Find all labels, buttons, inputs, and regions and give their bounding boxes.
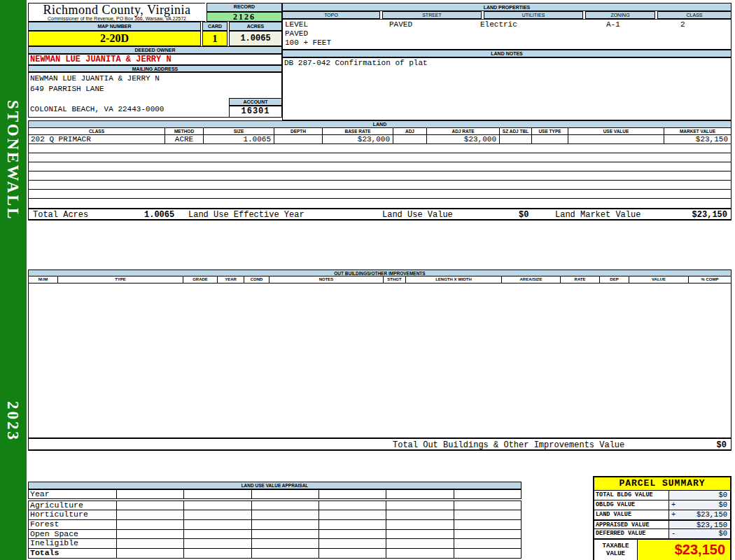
lua-cell bbox=[252, 549, 319, 559]
land-properties-block: LAND PROPERTIES TOPO STREET UTILITIES ZO… bbox=[282, 3, 732, 120]
land-use-appraisal-section: LAND USE VALUE APPRAISAL Year Agricultur… bbox=[28, 482, 522, 559]
identification-block: Richmond County, Virginia Commissioner o… bbox=[28, 3, 282, 118]
ob-col-grade: GRADE bbox=[183, 276, 218, 283]
ps-label: APPRAISED VALUE bbox=[594, 521, 669, 529]
lua-cell bbox=[319, 489, 386, 499]
land-note: DB 287-042 Confirmation of plat bbox=[284, 59, 731, 68]
street-value: PAVED bbox=[389, 20, 412, 29]
lua-cell bbox=[252, 539, 319, 549]
ps-operator: + bbox=[671, 500, 676, 510]
lua-cell bbox=[184, 520, 251, 530]
taxable-label-line1: TAXABLE bbox=[594, 542, 637, 550]
ob-col-area-size: AREA/SIZE bbox=[502, 276, 561, 283]
land-properties-title: LAND PROPERTIES bbox=[282, 3, 732, 11]
lua-cell bbox=[252, 510, 319, 520]
map-number-header: MAP NUMBER bbox=[28, 22, 201, 31]
lua-cell bbox=[184, 500, 251, 510]
lua-cell bbox=[454, 520, 522, 530]
land-cell-base-rate: $23,000 bbox=[323, 135, 393, 144]
land-empty-row bbox=[28, 172, 732, 181]
land-section-title: LAND bbox=[28, 120, 732, 128]
lua-cell bbox=[252, 520, 319, 530]
lua-cell bbox=[319, 530, 386, 540]
effective-year-label: Land Use Effective Year bbox=[188, 210, 304, 220]
ob-col-notes: NOTES bbox=[270, 276, 384, 283]
lua-cell bbox=[117, 549, 184, 559]
county-title: Richmond County, Virginia bbox=[29, 4, 205, 16]
land-use-value-label: Land Use Value bbox=[382, 210, 453, 220]
land-totals-row: Total Acres 1.0065 Land Use Effective Ye… bbox=[28, 208, 732, 220]
ob-col-value: VALUE bbox=[629, 276, 689, 283]
ps-label: TOTAL BLDG VALUE bbox=[594, 491, 669, 500]
taxable-label-line2: VALUE bbox=[594, 550, 637, 558]
lua-cell bbox=[386, 539, 454, 549]
land-cell-method: ACRE bbox=[165, 135, 204, 144]
col-zoning: ZONING bbox=[585, 11, 655, 19]
land-notes-title: LAND NOTES bbox=[282, 50, 732, 57]
lua-cell bbox=[386, 549, 454, 559]
ob-col-cond: COND bbox=[244, 276, 270, 283]
land-cell-use-type bbox=[532, 135, 568, 144]
lua-cell bbox=[386, 520, 454, 530]
col-class: CLASS bbox=[657, 11, 732, 19]
lua-cell bbox=[117, 539, 184, 549]
land-col-use-value: USE VALUE bbox=[568, 128, 664, 134]
land-column-headers: CLASS METHOD SIZE DEPTH BASE RATE ADJ AD… bbox=[28, 128, 732, 135]
lua-row-ineligible: Ineligible bbox=[28, 539, 522, 549]
account-value: 16301 bbox=[229, 106, 282, 118]
land-col-depth: DEPTH bbox=[274, 128, 323, 134]
lua-label: Totals bbox=[28, 549, 117, 559]
land-cell-adj-rate: $23,000 bbox=[427, 135, 500, 144]
lua-row-agriculture: Agriculture bbox=[28, 500, 522, 510]
ps-label: OBLDG VALUE bbox=[594, 500, 669, 510]
land-market-value-label: Land Market Value bbox=[555, 210, 640, 220]
lua-cell bbox=[117, 520, 184, 530]
card-header: CARD bbox=[202, 22, 227, 31]
lua-label: Year bbox=[28, 489, 117, 499]
county-title-box: Richmond County, Virginia Commissioner o… bbox=[28, 3, 205, 22]
ps-row-taxable: TAXABLE VALUE $23,150 bbox=[594, 539, 730, 560]
land-cell-adj bbox=[393, 135, 427, 144]
land-properties-values: LEVEL PAVED Electric A-1 2 PAVED 100 + F… bbox=[282, 19, 732, 50]
ps-row-total-bldg: TOTAL BLDG VALUE $0 bbox=[594, 491, 730, 500]
lua-row-open-space: Open Space bbox=[28, 530, 522, 540]
land-use-value: $0 bbox=[519, 210, 528, 220]
acres-header: ACRES bbox=[229, 22, 282, 31]
ps-row-deferred: DEFERRED VALUE - $0 bbox=[594, 529, 730, 539]
land-properties-columns: TOPO STREET UTILITIES ZONING CLASS bbox=[282, 11, 732, 19]
land-col-size: SIZE bbox=[204, 128, 274, 134]
land-col-adj: ADJ bbox=[393, 128, 427, 134]
land-cell-market-value: $23,150 bbox=[664, 135, 731, 144]
lua-label: Horticulture bbox=[28, 510, 117, 520]
mailing-address-header: MAILING ADDRESS bbox=[28, 65, 282, 72]
topo-value-line3: 100 + FEET bbox=[285, 38, 331, 48]
total-acres-value: 1.0065 bbox=[144, 210, 174, 220]
mailing-line: NEWMAN LUE JUANTIA & JERRY N bbox=[30, 74, 281, 84]
taxable-value: $23,150 bbox=[638, 540, 730, 560]
ps-amount: $23,150 bbox=[696, 510, 727, 519]
out-buildings-column-headers: NUM TYPE GRADE YEAR COND NOTES STHGT LEN… bbox=[28, 276, 732, 284]
total-acres-label: Total Acres bbox=[33, 210, 88, 220]
ob-col-year: YEAR bbox=[218, 276, 244, 283]
topo-value-line2: PAVED bbox=[285, 29, 308, 38]
ps-amount: $0 bbox=[718, 491, 727, 500]
lua-cell bbox=[454, 489, 522, 499]
lua-cell bbox=[319, 510, 386, 520]
land-cell-sz-adj-tbl bbox=[500, 135, 532, 144]
ps-operator: + bbox=[671, 510, 676, 519]
lua-row-forest: Forest bbox=[28, 520, 522, 530]
lua-cell bbox=[184, 489, 251, 499]
land-data-row: 202 Q PRIMACR ACRE 1.0065 $23,000 $23,00… bbox=[28, 135, 732, 144]
card-value: 1 bbox=[202, 31, 227, 46]
parcel-summary: PARCEL SUMMARY TOTAL BLDG VALUE $0 OBLDG… bbox=[593, 476, 732, 560]
lua-cell bbox=[117, 500, 184, 510]
lua-cell bbox=[319, 500, 386, 510]
utilities-value: Electric bbox=[480, 20, 517, 29]
lua-cell bbox=[454, 549, 522, 559]
lua-cell bbox=[319, 520, 386, 530]
ob-col-num: NUM bbox=[29, 276, 58, 283]
lua-cell bbox=[454, 510, 522, 520]
ob-col-pct-comp: % COMP bbox=[689, 276, 731, 283]
land-col-adj-rate: ADJ RATE bbox=[427, 128, 500, 134]
county-subtitle: Commissioner of the Revenue, PO Box 366,… bbox=[29, 16, 205, 22]
